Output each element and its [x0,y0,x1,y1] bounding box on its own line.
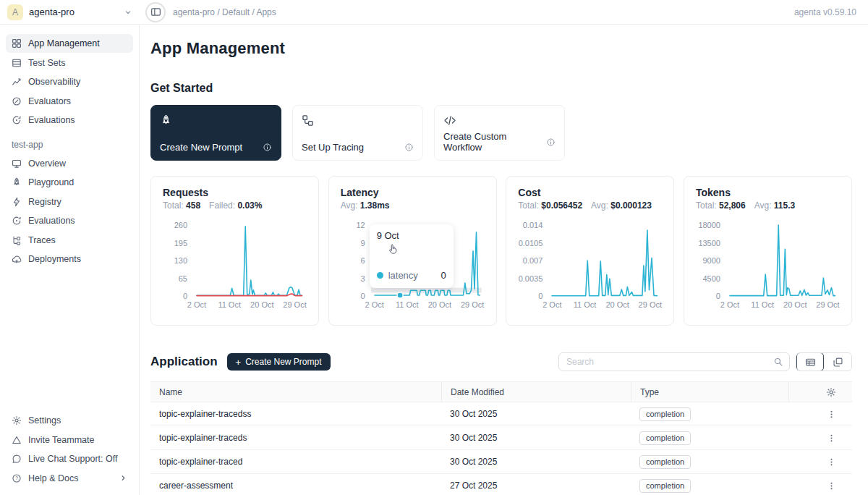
set-up-tracing-card[interactable]: Set Up Tracing [292,105,423,161]
sidebar: App Management Test Sets Observability E… [0,25,140,495]
sidebar-item-live-chat-support[interactable]: Live Chat Support: Off [6,449,133,468]
type-badge: completion [639,407,691,421]
sidebar-item-overview[interactable]: Overview [6,154,133,173]
sidebar-item-settings[interactable]: Settings [6,411,133,430]
get-started-cards: Create New Prompt Set Up Tracing Create … [150,105,852,161]
info-icon[interactable] [263,143,272,152]
view-toggle [796,352,852,371]
table-row[interactable]: topic-explainer-traced 30 Oct 2025 compl… [150,450,852,474]
gear-icon[interactable] [826,387,836,397]
table-row[interactable]: career-assessment 27 Oct 2025 completion [150,474,852,495]
tooltip-series-row: latency 0 [377,270,446,281]
requests-line-chart[interactable] [193,219,304,299]
column-header-name: Name [150,382,441,402]
chart-stats: Total: $0.056452 Avg: $0.000123 [518,200,662,211]
legend-dot [377,272,383,279]
type-badge: completion [639,455,691,469]
chart-stats: Avg: 1.38ms [341,200,485,211]
chart-title: Tokens [696,187,840,198]
sidebar-item-deployments[interactable]: Deployments [6,250,133,268]
workspace-selector[interactable]: A agenta-pro [0,4,140,20]
get-started-title: Get Started [150,82,852,95]
row-actions-menu[interactable] [823,430,839,446]
sidebar-item-label: Evaluations [28,216,75,226]
tooltip-series-name: latency [388,270,418,281]
search-box [558,352,790,371]
sidebar-item-observability[interactable]: Observability [6,72,133,91]
type-badge: completion [639,479,691,493]
chevron-down-icon [124,8,132,17]
sidebar-item-registry[interactable]: Registry [6,192,133,211]
app-type: completion [631,431,788,445]
requests-chart-card: Requests Total: 458 Failed: 0.03% 260195… [150,176,319,326]
create-custom-workflow-card[interactable]: Create Custom Workflow [434,105,565,161]
row-actions-menu[interactable] [823,406,839,422]
chevron-right-icon [119,474,127,482]
table-row[interactable]: topic-explainer-tracedss 30 Oct 2025 com… [150,402,852,426]
chart-tooltip: 9 Oct latency 0 [370,224,454,288]
app-name[interactable]: topic-explainer-traceds [150,433,441,443]
lightning-icon [12,197,22,207]
info-icon[interactable] [404,143,414,152]
card-label: Create Custom Workflow [443,131,546,153]
sidebar-item-test-sets[interactable]: Test Sets [6,54,133,72]
sidebar-item-app-management[interactable]: App Management [6,34,133,53]
app-name[interactable]: career-assessment [150,481,441,491]
sidebar-item-label: Playground [28,177,74,187]
x-axis-labels: 2 Oct11 Oct20 Oct29 Oct [193,300,304,312]
app-type: completion [631,479,788,493]
tooltip-value: 0 [441,270,446,281]
sidebar-item-traces[interactable]: Traces [6,231,133,250]
table-row[interactable]: topic-explainer-traceds 30 Oct 2025 comp… [150,426,852,450]
card-view-button[interactable] [824,352,851,371]
sidebar-item-label: Settings [28,415,61,426]
circular-eval-icon [12,115,22,125]
search-input[interactable] [566,357,773,367]
search-icon[interactable] [773,357,783,367]
row-actions-menu[interactable] [823,478,839,494]
sidebar-item-label: Registry [28,197,61,207]
app-name[interactable]: topic-explainer-tracedss [150,409,441,419]
plus-icon: + [236,357,242,368]
topbar: A agenta-pro agenta-pro / Default / Apps… [0,0,868,25]
app-type: completion [631,455,788,469]
create-new-prompt-button[interactable]: + Create New Prompt [227,353,331,371]
sidebar-item-label: Help & Docs [28,473,78,483]
y-axis-labels: 1800013500900045000 [696,219,726,299]
app-date: 27 Oct 2025 [441,481,631,491]
sidebar-item-playground[interactable]: Playground [6,173,133,192]
table-view-button[interactable] [796,352,824,371]
applications-table: Name Date Modified Type topic-explainer-… [150,381,852,495]
tokens-line-chart[interactable] [726,219,837,299]
breadcrumb[interactable]: agenta-pro / Default / Apps [173,7,276,17]
sidebar-item-label: App Management [28,38,100,48]
tree-icon [12,235,22,245]
chat-bubble-icon [12,454,22,464]
gauge-icon [12,96,22,106]
chart-plot-area: 260195130650 2 Oct11 Oct20 Oct29 Oct [163,219,307,313]
x-axis-labels: 2 Oct11 Oct20 Oct29 Oct [548,300,659,312]
app-name[interactable]: topic-explainer-traced [150,457,441,467]
chart-title: Requests [163,187,307,198]
row-actions-menu[interactable] [823,454,839,470]
chart-title: Latency [341,187,485,198]
sidebar-item-app-evaluations[interactable]: Evaluations [6,211,133,230]
sidebar-item-help-docs[interactable]: ? Help & Docs [6,469,133,488]
monitor-icon [12,158,22,169]
y-axis-labels: 0.0140.01050.0070.00350 [518,219,548,299]
app-date: 30 Oct 2025 [441,409,631,419]
cost-line-chart[interactable] [548,219,659,299]
latency-chart-card: Latency Avg: 1.38ms 129630 2 Oct11 Oct20… [328,176,497,326]
code-icon [443,114,556,127]
svg-text:?: ? [15,475,18,481]
create-new-prompt-card[interactable]: Create New Prompt [150,105,281,161]
sidebar-item-evaluators[interactable]: Evaluators [6,92,133,111]
sidebar-item-invite-teammate[interactable]: Invite Teammate [6,431,133,449]
cost-chart-card: Cost Total: $0.056452 Avg: $0.000123 0.0… [506,176,674,326]
info-icon[interactable] [546,138,556,147]
y-axis-labels: 129630 [341,219,371,299]
sidebar-item-evaluations[interactable]: Evaluations [6,111,133,130]
column-header-date-modified: Date Modified [441,382,631,402]
sidebar-collapse-button[interactable] [145,2,166,22]
sidebar-item-label: Evaluations [28,115,75,125]
